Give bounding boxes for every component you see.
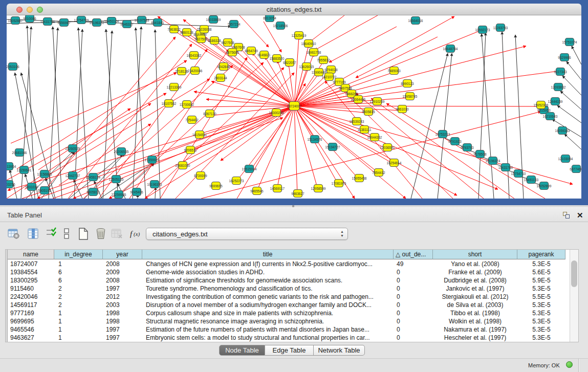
table-cell[interactable]: 19384554 (8, 268, 54, 276)
network-node[interactable]: 18052899 (537, 182, 552, 190)
table-cell[interactable]: 0 (394, 293, 433, 301)
network-node[interactable]: 8186328 (208, 37, 221, 45)
network-node[interactable]: 16543382 (187, 52, 202, 59)
table-cell[interactable]: 5.6E-5 (517, 268, 565, 276)
column-visibility-icon[interactable] (27, 227, 41, 242)
network-node[interactable]: 16059343 (555, 127, 570, 135)
float-panel-icon[interactable] (563, 212, 571, 219)
network-node[interactable]: 20206535 (114, 148, 129, 156)
network-edge[interactable] (294, 29, 485, 106)
table-cell[interactable]: Dudbridge et al. (2008) (433, 276, 517, 285)
network-edge[interactable] (145, 68, 284, 199)
table-cell[interactable]: 5.5E-5 (517, 293, 565, 301)
network-node[interactable]: 12103054 (558, 155, 573, 163)
network-node[interactable]: 12754709 (74, 16, 89, 24)
network-node[interactable]: 8813054 (263, 15, 276, 22)
column-header-in_degree[interactable]: in_degree (54, 250, 103, 259)
table-cell[interactable]: Tourette syndrome. Phenomenology and cla… (142, 285, 394, 293)
network-node[interactable]: 20681046 (12, 149, 27, 157)
function-builder-icon[interactable]: f(x) (129, 227, 143, 242)
memory-ok-indicator[interactable] (566, 361, 573, 368)
network-node[interactable]: 6794028 (324, 66, 338, 74)
network-edge[interactable] (294, 106, 318, 189)
table-cell[interactable]: 1 (54, 334, 103, 342)
table-cell[interactable]: 9465546 (8, 325, 54, 334)
table-cell[interactable]: Estimation of significance thresholds fo… (142, 276, 394, 285)
network-edge[interactable] (315, 15, 378, 50)
table-cell[interactable]: 14569117 (8, 301, 54, 309)
table-settings-icon[interactable] (7, 227, 21, 242)
network-edge[interactable] (17, 60, 187, 169)
table-cell[interactable]: 2 (54, 301, 103, 309)
network-node[interactable]: 8860128 (180, 29, 193, 36)
new-file-icon[interactable] (77, 227, 91, 242)
network-node[interactable]: 7963822 (167, 26, 181, 33)
network-node[interactable]: 7485083 (387, 67, 401, 75)
network-canvas[interactable]: 18052887 9010086 11431756 9356987 127547… (7, 15, 581, 199)
table-cell[interactable]: 5.9E-5 (517, 276, 565, 285)
network-edge[interactable] (21, 73, 55, 199)
table-cell[interactable]: 5.3E-5 (517, 334, 565, 342)
network-edge[interactable] (294, 106, 297, 194)
table-cell[interactable]: Investigating the contribution of common… (142, 293, 394, 301)
delete-table-icon[interactable] (111, 227, 125, 242)
table-cell[interactable]: 2 (54, 285, 103, 293)
network-node[interactable]: 16210722 (322, 73, 337, 81)
table-cell[interactable]: 1 (54, 309, 103, 317)
network-edge[interactable] (73, 106, 294, 199)
table-selector-dropdown[interactable]: citations_edges.txt ▲▼ (146, 228, 348, 240)
close-panel-icon[interactable]: ✕ (577, 211, 583, 220)
network-edge[interactable] (83, 65, 233, 199)
unselect-icon[interactable] (60, 227, 75, 242)
table-cell[interactable]: 9115460 (8, 285, 54, 293)
table-cell[interactable]: Hescheler et al. (1997) (433, 334, 517, 342)
table-cell[interactable]: 2009 (103, 268, 142, 276)
table-cell[interactable]: 9777169 (8, 309, 54, 317)
scrollbar-thumb[interactable] (571, 260, 577, 287)
table-cell[interactable]: 9463627 (8, 334, 54, 342)
network-node[interactable]: 7955812 (317, 56, 330, 64)
network-node[interactable]: 9699695 (209, 182, 223, 190)
network-edge[interactable] (329, 27, 397, 62)
network-edge[interactable] (438, 53, 452, 199)
network-node[interactable]: 6791923 (448, 138, 462, 145)
table-cell[interactable]: 5.3E-5 (517, 325, 565, 334)
table-cell[interactable]: Changes of HCN gene expression and I(f) … (142, 260, 394, 268)
network-node[interactable]: 14569117 (270, 185, 285, 192)
network-edge[interactable] (294, 106, 540, 106)
network-node[interactable]: 9146821 (257, 51, 271, 59)
network-node[interactable]: 9546327 (120, 20, 134, 28)
network-edge[interactable] (411, 53, 448, 199)
network-edge[interactable] (557, 105, 581, 123)
network-node[interactable]: 16033809 (206, 16, 221, 24)
network-edge[interactable] (564, 134, 581, 149)
network-node[interactable]: 12444159 (548, 98, 563, 105)
table-cell[interactable]: 0 (394, 276, 433, 285)
table-cell[interactable]: 6 (54, 268, 103, 276)
network-edge[interactable] (38, 108, 130, 170)
network-node[interactable]: 17081976 (332, 180, 346, 187)
network-edge[interactable] (239, 15, 269, 47)
network-window-titlebar[interactable]: citations_edges.txt (7, 4, 581, 15)
network-node[interactable]: 8990123 (401, 80, 414, 87)
network-node[interactable]: 12958599 (311, 185, 326, 192)
table-cell[interactable]: Genome-wide association studies in ADHD. (142, 268, 394, 276)
network-node[interactable]: 15194727 (325, 143, 340, 151)
table-cell[interactable]: 5.3E-5 (517, 317, 565, 325)
network-node[interactable]: 9356987 (57, 19, 71, 27)
network-node[interactable]: 15751074 (562, 38, 577, 46)
network-edge[interactable] (294, 83, 339, 106)
network-edge[interactable] (256, 106, 294, 192)
table-cell[interactable]: 1997 (103, 325, 142, 334)
network-node[interactable]: 7254402 (185, 116, 199, 124)
network-node[interactable]: 16539243 (350, 118, 364, 125)
select-all-icon[interactable] (45, 227, 59, 242)
column-header-pagerank[interactable]: pagerank (517, 250, 565, 259)
table-cell[interactable]: 18724007 (8, 260, 54, 268)
table-cell[interactable]: Franke et al. (2009) (433, 268, 517, 276)
table-cell[interactable]: 1997 (103, 285, 142, 293)
table-cell[interactable]: 0 (394, 309, 433, 317)
table-cell[interactable]: 2003 (103, 301, 142, 309)
network-edge[interactable] (294, 106, 359, 179)
network-node[interactable]: 16451124 (104, 17, 119, 25)
